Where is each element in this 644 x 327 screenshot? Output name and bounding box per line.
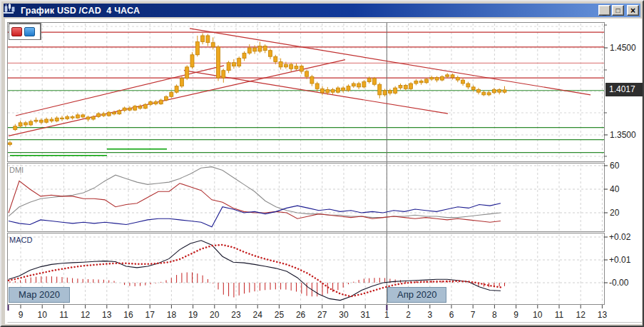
candle-body bbox=[19, 123, 22, 126]
candle-body bbox=[305, 71, 309, 76]
candle-body bbox=[232, 63, 235, 66]
candle-body bbox=[487, 93, 491, 95]
candle-body bbox=[76, 115, 79, 118]
x-axis-label: 9 bbox=[19, 310, 24, 320]
price-axis-label: 1.4500 bbox=[610, 43, 636, 53]
candle-body bbox=[388, 91, 392, 94]
x-axis-label: 31 bbox=[361, 310, 371, 320]
blue-square-button[interactable] bbox=[24, 27, 35, 36]
candle-body bbox=[414, 81, 418, 84]
candle-body bbox=[466, 84, 470, 87]
x-axis-label: 1 bbox=[384, 310, 389, 320]
candle-body bbox=[81, 115, 85, 117]
candle-body bbox=[180, 79, 183, 86]
x-axis-label: 9 bbox=[513, 310, 518, 320]
candle-body bbox=[352, 84, 355, 86]
candle-body bbox=[190, 55, 194, 67]
titlebar[interactable]: График USD /CAD 4 ЧАСА _ □ × bbox=[4, 4, 640, 17]
candle-body bbox=[247, 48, 251, 53]
candle-body bbox=[263, 46, 267, 51]
candle-body bbox=[227, 63, 230, 71]
candle-body bbox=[123, 108, 126, 111]
x-axis-label: 8 bbox=[492, 310, 497, 320]
candle-body bbox=[342, 88, 345, 91]
candle-body bbox=[336, 88, 339, 92]
current-price-tag: 1.4017 bbox=[605, 83, 643, 96]
candle-body bbox=[66, 116, 69, 119]
candle-body bbox=[9, 143, 12, 144]
candle-body bbox=[118, 111, 121, 114]
candle-body bbox=[138, 106, 142, 109]
x-axis-label: 10 bbox=[38, 310, 48, 320]
candle-body bbox=[310, 76, 314, 84]
candle-body bbox=[195, 41, 199, 54]
candle-body bbox=[430, 77, 434, 79]
macd-panel-title: MACD bbox=[9, 236, 32, 244]
candle-body bbox=[435, 77, 439, 80]
candle-body bbox=[201, 36, 205, 42]
candle-body bbox=[471, 87, 475, 90]
x-axis-label: 2 bbox=[406, 310, 411, 320]
x-axis-label: 7 bbox=[471, 310, 476, 320]
candle-body bbox=[170, 92, 173, 96]
candle-body bbox=[321, 89, 324, 92]
candle-body bbox=[55, 118, 58, 121]
month-badge-march: Мар 2020 bbox=[9, 287, 70, 303]
candle-body bbox=[498, 90, 501, 93]
x-axis-label: 13 bbox=[598, 310, 608, 320]
x-axis-label: 30 bbox=[339, 310, 349, 320]
dmi-axis-label: 20 bbox=[610, 208, 620, 218]
x-axis-label: 13 bbox=[102, 310, 112, 320]
candle-body bbox=[154, 102, 158, 104]
candle-body bbox=[61, 118, 64, 119]
candle-body bbox=[50, 119, 53, 121]
x-axis-label: 27 bbox=[317, 310, 327, 320]
macd-axis-label: +0.01 bbox=[609, 255, 631, 265]
maximize-button[interactable]: □ bbox=[612, 5, 624, 16]
candle-body bbox=[107, 112, 111, 116]
candle-body bbox=[440, 76, 444, 80]
close-button[interactable]: × bbox=[627, 5, 639, 16]
candle-body bbox=[419, 81, 423, 82]
axes: 1.45001.3500604020+0.02+0.01-0.009101112… bbox=[9, 25, 637, 320]
month-badge-april: Апр 2020 bbox=[387, 287, 446, 303]
candle-body bbox=[149, 102, 153, 105]
red-square-button[interactable] bbox=[11, 27, 22, 36]
candle-body bbox=[258, 46, 262, 51]
candle-body bbox=[242, 53, 246, 58]
candle-body bbox=[373, 79, 377, 85]
x-axis-label: 3 bbox=[427, 310, 432, 320]
candle-body bbox=[383, 91, 387, 95]
candle-body bbox=[39, 120, 43, 122]
macd-axis-label: -0.00 bbox=[609, 278, 629, 288]
minimize-button[interactable]: _ bbox=[598, 5, 610, 16]
candle-body bbox=[295, 66, 298, 69]
trendline bbox=[9, 60, 345, 136]
x-axis-label: 11 bbox=[59, 310, 68, 320]
chart-client-area: 1.45001.3500604020+0.02+0.01-0.009101112… bbox=[5, 19, 642, 324]
candle-body bbox=[503, 90, 506, 92]
candle-body bbox=[97, 114, 101, 116]
candle-body bbox=[86, 117, 90, 119]
candle-body bbox=[456, 77, 459, 80]
candle-body bbox=[222, 71, 225, 78]
candle-body bbox=[128, 108, 131, 110]
candle-body bbox=[284, 64, 287, 67]
chart-canvas[interactable]: 1.45001.3500604020+0.02+0.01-0.009101112… bbox=[5, 19, 642, 324]
candle-body bbox=[409, 84, 413, 89]
candle-body bbox=[237, 59, 241, 66]
candle-body bbox=[425, 79, 429, 83]
candle-body bbox=[477, 90, 481, 93]
candle-body bbox=[279, 62, 282, 67]
candle-body bbox=[300, 66, 303, 71]
support-resistance-lines bbox=[8, 32, 604, 156]
candle-body bbox=[269, 51, 272, 57]
candle-body bbox=[143, 104, 147, 108]
candle-body bbox=[331, 90, 334, 93]
macd-axis-label: +0.02 bbox=[609, 232, 631, 242]
candle-body bbox=[71, 116, 74, 118]
candle-body bbox=[102, 114, 106, 116]
x-axis-label: 20 bbox=[210, 310, 220, 320]
candle-body bbox=[274, 56, 277, 61]
candle-body bbox=[290, 64, 293, 69]
